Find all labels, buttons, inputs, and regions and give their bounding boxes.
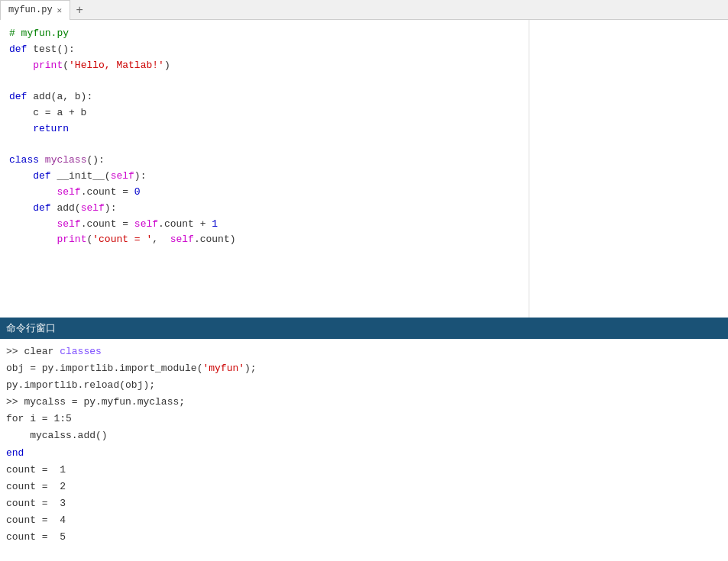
- tab-bar: myfun.py ✕ +: [0, 0, 728, 20]
- code-editor[interactable]: # myfun.py def test(): print('Hello, Mat…: [0, 20, 529, 318]
- cmd-title: 命令行窗口: [6, 321, 56, 335]
- code-line: print('count = ', self.count): [9, 232, 519, 248]
- cmd-body[interactable]: >> clear classes obj = py.importlib.impo…: [0, 339, 728, 561]
- tab-filename: myfun.py: [8, 5, 53, 15]
- code-line: print('Hello, Matlab!'): [9, 58, 519, 74]
- command-window: 命令行窗口 >> clear classes obj = py.importli…: [0, 318, 728, 561]
- cmd-line: obj = py.importlib.import_module('myfun'…: [6, 360, 722, 377]
- code-line: [9, 73, 519, 89]
- file-tab[interactable]: myfun.py ✕: [0, 0, 70, 20]
- cmd-line: mycalss.add(): [6, 427, 722, 444]
- right-panel: [529, 20, 728, 318]
- cmd-output-5: count = 5: [6, 529, 722, 546]
- code-line: # myfun.py: [9, 26, 519, 42]
- tab-add-button[interactable]: +: [70, 1, 89, 19]
- code-line: def add(a, b):: [9, 89, 519, 105]
- code-line: c = a + b: [9, 105, 519, 121]
- tab-close-icon[interactable]: ✕: [57, 5, 63, 15]
- cmd-line: >> clear classes: [6, 343, 722, 360]
- code-line: class myclass():: [9, 153, 519, 169]
- cmd-output-1: count = 1: [6, 462, 722, 479]
- code-line: [9, 137, 519, 153]
- code-line: self.count = self.count + 1: [9, 217, 519, 233]
- code-line: def add(self):: [9, 201, 519, 217]
- cmd-output-3: count = 3: [6, 495, 722, 512]
- cmd-output-4: count = 4: [6, 512, 722, 529]
- cmd-line: py.importlib.reload(obj);: [6, 377, 722, 394]
- cmd-line: >> mycalss = py.myfun.myclass;: [6, 394, 722, 411]
- code-line: def __init__(self):: [9, 169, 519, 185]
- code-line: return: [9, 121, 519, 137]
- code-line: self.count = 0: [9, 185, 519, 201]
- code-line: def test():: [9, 42, 519, 58]
- cmd-line: end: [6, 445, 722, 462]
- cmd-output-2: count = 2: [6, 479, 722, 495]
- editor-area: # myfun.py def test(): print('Hello, Mat…: [0, 20, 728, 318]
- cmd-line: for i = 1:5: [6, 411, 722, 427]
- cmd-header: 命令行窗口: [0, 318, 728, 339]
